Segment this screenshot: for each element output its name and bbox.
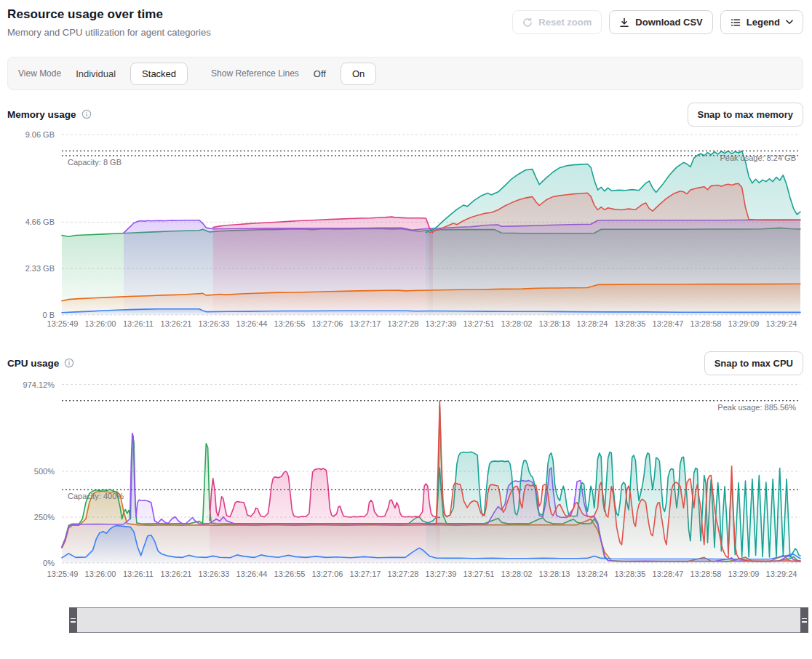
svg-text:13:27:39: 13:27:39	[426, 319, 457, 328]
svg-text:13:28:24: 13:28:24	[577, 319, 608, 328]
brush-handle-right[interactable]	[800, 607, 808, 633]
svg-text:13:26:21: 13:26:21	[161, 570, 192, 578]
svg-text:974.12%: 974.12%	[23, 380, 55, 389]
memory-section-title-row: Memory usage	[7, 109, 92, 120]
view-controls-bar: View Mode Individual Stacked Show Refere…	[7, 57, 803, 90]
reset-zoom-label: Reset zoom	[538, 17, 592, 28]
time-range-brush-track[interactable]	[69, 607, 808, 633]
svg-text:9.06 GB: 9.06 GB	[25, 130, 55, 139]
svg-text:13:26:33: 13:26:33	[199, 319, 230, 328]
svg-text:13:28:35: 13:28:35	[615, 319, 646, 328]
cpu-chart-canvas[interactable]: 974.12%500%250%0%Peak usage: 885.56%Capa…	[7, 378, 805, 583]
time-range-brush-wrap	[69, 607, 808, 633]
svg-text:Capacity: 8 GB: Capacity: 8 GB	[68, 158, 122, 167]
svg-text:13:26:55: 13:26:55	[274, 319, 306, 328]
download-csv-button[interactable]: Download CSV	[609, 10, 712, 34]
view-mode-stacked-button[interactable]: Stacked	[130, 63, 188, 85]
svg-text:13:27:28: 13:27:28	[388, 570, 419, 578]
svg-text:13:28:24: 13:28:24	[577, 570, 608, 578]
svg-text:13:26:55: 13:26:55	[274, 570, 306, 578]
memory-chart-title: Memory usage	[7, 109, 76, 120]
svg-text:13:28:58: 13:28:58	[690, 319, 722, 328]
svg-text:500%: 500%	[34, 467, 55, 476]
svg-text:13:27:51: 13:27:51	[463, 319, 495, 328]
svg-text:13:29:24: 13:29:24	[766, 570, 797, 578]
svg-text:13:28:13: 13:28:13	[539, 319, 570, 328]
snap-to-max-cpu-button[interactable]: Snap to max CPU	[704, 351, 803, 375]
cpu-section-title-row: CPU usage	[7, 358, 74, 369]
svg-text:13:28:47: 13:28:47	[653, 319, 684, 328]
svg-text:13:28:02: 13:28:02	[501, 570, 533, 578]
brush-handle-left[interactable]	[69, 607, 77, 633]
svg-text:13:26:44: 13:26:44	[236, 319, 268, 328]
legend-button[interactable]: Legend	[720, 10, 803, 34]
grip-icon	[802, 618, 807, 623]
dashboard: Resource usage over time Memory and CPU …	[0, 0, 812, 633]
view-mode-individual-button[interactable]: Individual	[71, 64, 120, 84]
cpu-chart-title: CPU usage	[7, 358, 59, 369]
svg-text:13:26:11: 13:26:11	[123, 319, 154, 328]
svg-text:13:26:00: 13:26:00	[85, 319, 116, 328]
cpu-section-header: CPU usage Snap to max CPU	[7, 351, 803, 375]
toolbar: Reset zoom Download CSV Legend	[512, 10, 803, 34]
download-icon	[619, 17, 629, 28]
page-title: Resource usage over time	[7, 7, 211, 22]
svg-text:Capacity: 400%: Capacity: 400%	[68, 492, 124, 500]
svg-text:13:27:06: 13:27:06	[312, 570, 343, 578]
svg-text:13:29:24: 13:29:24	[766, 319, 797, 328]
svg-text:250%: 250%	[34, 513, 55, 522]
svg-text:2.33 GB: 2.33 GB	[25, 264, 55, 273]
svg-text:13:26:21: 13:26:21	[161, 319, 192, 328]
svg-text:13:27:17: 13:27:17	[350, 570, 381, 578]
svg-text:13:25:49: 13:25:49	[47, 319, 79, 328]
legend-label: Legend	[747, 17, 780, 28]
svg-text:13:29:09: 13:29:09	[728, 319, 760, 328]
svg-text:13:26:11: 13:26:11	[123, 570, 154, 578]
svg-text:13:28:47: 13:28:47	[653, 570, 684, 578]
svg-text:13:27:06: 13:27:06	[312, 319, 343, 328]
svg-text:13:29:09: 13:29:09	[728, 570, 760, 578]
svg-text:13:27:28: 13:27:28	[388, 319, 419, 328]
header: Resource usage over time Memory and CPU …	[7, 7, 803, 38]
svg-text:13:28:13: 13:28:13	[539, 570, 570, 578]
page-subtitle: Memory and CPU utilization for agent cat…	[7, 27, 211, 38]
svg-text:13:28:58: 13:28:58	[690, 570, 722, 578]
svg-text:13:26:33: 13:26:33	[199, 570, 230, 578]
svg-text:13:26:00: 13:26:00	[85, 570, 116, 578]
svg-text:13:27:39: 13:27:39	[426, 570, 457, 578]
info-icon[interactable]	[64, 358, 74, 368]
svg-text:13:28:35: 13:28:35	[615, 570, 646, 578]
grip-icon	[71, 618, 76, 623]
memory-section-header: Memory usage Snap to max memory	[7, 102, 803, 127]
svg-text:13:25:49: 13:25:49	[47, 570, 79, 578]
svg-text:13:28:02: 13:28:02	[501, 319, 533, 328]
refresh-icon	[522, 17, 533, 28]
reset-zoom-button[interactable]: Reset zoom	[512, 10, 602, 34]
download-csv-label: Download CSV	[635, 17, 702, 28]
snap-to-max-memory-button[interactable]: Snap to max memory	[688, 103, 804, 127]
svg-text:Peak usage: 885.56%: Peak usage: 885.56%	[717, 403, 796, 412]
chevron-down-icon	[786, 20, 793, 25]
svg-text:13:27:17: 13:27:17	[350, 319, 381, 328]
title-block: Resource usage over time Memory and CPU …	[7, 7, 211, 38]
show-reference-lines-label: Show Reference Lines	[211, 68, 299, 79]
svg-text:Peak usage: 8.24 GB: Peak usage: 8.24 GB	[720, 153, 796, 162]
svg-text:4.66 GB: 4.66 GB	[25, 217, 55, 226]
info-icon[interactable]	[81, 109, 92, 119]
reference-lines-on-button[interactable]: On	[341, 63, 376, 85]
list-icon	[731, 17, 741, 28]
svg-text:0%: 0%	[43, 559, 55, 567]
svg-text:0 B: 0 B	[42, 311, 55, 319]
view-mode-label: View Mode	[18, 68, 61, 79]
svg-text:13:26:44: 13:26:44	[236, 570, 268, 578]
svg-text:13:27:51: 13:27:51	[463, 570, 495, 578]
memory-chart-canvas[interactable]: 9.06 GB4.66 GB2.33 GB0 BPeak usage: 8.24…	[7, 129, 805, 332]
reference-lines-off-button[interactable]: Off	[309, 64, 330, 84]
